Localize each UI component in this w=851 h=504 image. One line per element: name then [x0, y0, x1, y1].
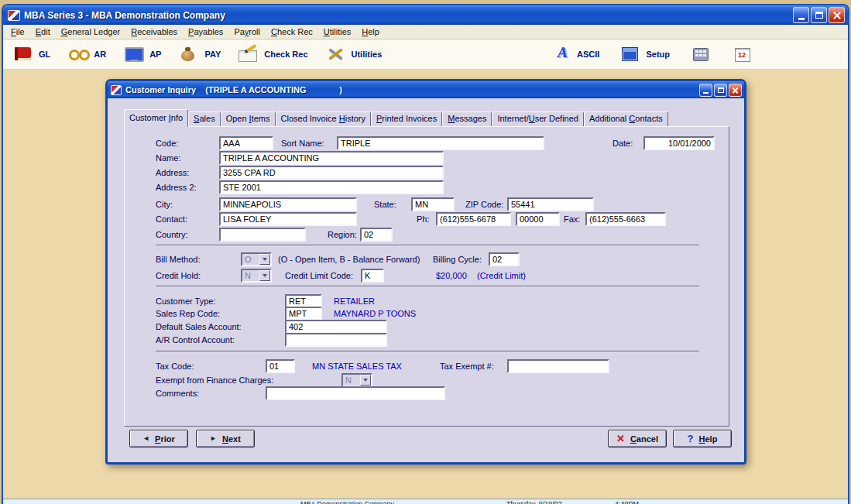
question-mark-icon: ?: [688, 434, 694, 444]
tab-additional-contacts[interactable]: Additional Contacts: [584, 111, 668, 126]
chevron-down-icon[interactable]: [360, 375, 371, 386]
main-titlebar[interactable]: MBA Series 3 - MBA Demonstration Company: [3, 5, 848, 25]
city-label: City:: [156, 197, 173, 211]
ascii-glyph: A: [558, 44, 568, 61]
toolbar-button-gl[interactable]: GL: [9, 44, 53, 64]
toolbar-button-ar[interactable]: AR: [64, 44, 109, 64]
credit-limit-code-field[interactable]: K: [361, 269, 384, 283]
menu-item-help[interactable]: Help: [356, 26, 385, 38]
tax-exempt-field[interactable]: [507, 359, 609, 373]
tab-internet-user-defined[interactable]: Internet/User Defined: [492, 111, 584, 126]
comments-field[interactable]: [266, 386, 445, 400]
region-field[interactable]: 02: [360, 228, 393, 242]
phone-ext-field[interactable]: 00000: [516, 212, 560, 226]
state-label: State:: [374, 197, 396, 211]
sales-rep-field[interactable]: MPT: [285, 307, 322, 321]
prior-button-label: Prior: [155, 434, 175, 444]
bill-method-select[interactable]: O: [241, 252, 272, 266]
default-sales-account-field[interactable]: 402: [285, 320, 387, 334]
toolbar-button-calendar[interactable]: 12: [729, 44, 757, 64]
address-field[interactable]: 3255 CPA RD: [219, 166, 444, 180]
next-button[interactable]: ► Next: [196, 430, 255, 447]
toolbar-button-ap[interactable]: AP: [120, 44, 164, 64]
status-date: Thursday, 9/19/02: [506, 500, 562, 504]
menu-item-file[interactable]: File: [5, 26, 30, 38]
ascii-letter-icon: A: [557, 46, 572, 63]
dialog-titlebar[interactable]: Customer Inquiry (TRIPLE A ACCOUNTING ): [108, 81, 744, 98]
toolbar-button-setup[interactable]: Setup: [616, 44, 673, 64]
zip-label: ZIP Code:: [465, 197, 503, 211]
phone-label: Ph:: [417, 212, 430, 226]
dialog-maximize-button[interactable]: [714, 84, 727, 97]
fax-field[interactable]: (612)555-6663: [585, 212, 666, 226]
tab-closed-invoice-history[interactable]: Closed Invoice History: [276, 111, 371, 126]
toolbar-button-calculator[interactable]: [687, 44, 715, 64]
toolbar-button-check-rec[interactable]: Check Rec: [235, 44, 311, 64]
menu-item-payroll[interactable]: Payroll: [228, 26, 266, 38]
menu-item-utilities[interactable]: Utilities: [318, 26, 356, 38]
main-window: MBA Series 3 - MBA Demonstration Company…: [2, 4, 849, 504]
code-field[interactable]: AAA: [219, 136, 273, 150]
toolbar-label-utilities: Utilities: [352, 50, 383, 59]
menu-item-check-rec[interactable]: Check Rec: [266, 26, 318, 38]
ar-control-account-field[interactable]: [285, 333, 387, 347]
status-time: 4:49PM: [615, 500, 639, 504]
tax-code-desc: MN STATE SALES TAX: [312, 359, 402, 373]
toolbar-button-utilities[interactable]: Utilities: [322, 44, 386, 64]
state-field[interactable]: MN: [411, 197, 455, 211]
cancel-button[interactable]: ✕ Cancel: [608, 430, 667, 447]
client-area: Customer Inquiry (TRIPLE A ACCOUNTING ) …: [3, 70, 848, 499]
section-separator: [156, 351, 699, 352]
menu-item-edit[interactable]: Edit: [30, 26, 56, 38]
billing-cycle-field[interactable]: 02: [489, 252, 520, 266]
prior-button[interactable]: ◄ Prior: [129, 430, 188, 447]
maximize-button[interactable]: [811, 7, 827, 23]
country-field[interactable]: [219, 228, 306, 242]
zip-field[interactable]: 55441: [507, 197, 594, 211]
name-field[interactable]: TRIPLE A ACCOUNTING: [219, 151, 444, 165]
sort-name-field[interactable]: TRIPLE: [337, 136, 544, 150]
menu-item-general-ledger[interactable]: General Ledger: [56, 26, 125, 38]
menu-bar: File Edit General Ledger Receivables Pay…: [3, 25, 848, 39]
toolbar-button-ascii[interactable]: A ASCII: [554, 44, 602, 64]
tax-code-field[interactable]: 01: [266, 359, 295, 373]
exempt-finance-select[interactable]: N: [341, 373, 372, 387]
tab-sales[interactable]: Sales: [188, 111, 221, 126]
menu-item-payables[interactable]: Payables: [183, 26, 228, 38]
credit-limit-amount: $20,000: [436, 269, 467, 283]
toolbar-right-group: A ASCII Setup 12: [554, 44, 757, 64]
credit-hold-value: N: [242, 270, 259, 281]
minimize-button[interactable]: [793, 7, 809, 23]
next-button-label: Next: [222, 434, 241, 444]
date-field[interactable]: 10/01/2000: [643, 136, 715, 150]
status-company: MBA Demonstration Company: [300, 500, 394, 504]
credit-hold-select[interactable]: N: [241, 269, 272, 283]
dialog-close-button[interactable]: [729, 84, 742, 97]
tab-open-items[interactable]: Open Items: [221, 111, 276, 126]
tab-printed-invoices[interactable]: Printed Invoices: [371, 111, 442, 126]
city-field[interactable]: MINNEAPOLIS: [219, 197, 357, 211]
sort-name-label: Sort Name:: [281, 136, 324, 150]
chevron-down-icon[interactable]: [259, 270, 270, 281]
toolbar-label-gl: GL: [39, 50, 50, 59]
section-separator: [156, 286, 699, 287]
dialog-minimize-button[interactable]: [699, 84, 712, 97]
close-button[interactable]: [829, 7, 845, 23]
toolbar-label-setup: Setup: [646, 50, 670, 59]
dialog-icon: [111, 85, 122, 95]
bill-method-note: (O - Open Item, B - Balance Forward): [278, 252, 420, 266]
menu-item-receivables[interactable]: Receivables: [125, 26, 183, 38]
help-button[interactable]: ? Help: [673, 430, 732, 447]
toolbar-label-check-rec: Check Rec: [264, 50, 307, 59]
fax-label: Fax:: [564, 212, 580, 226]
address2-field[interactable]: STE 2001: [219, 180, 444, 194]
tab-messages[interactable]: Messages: [442, 111, 492, 126]
phone-field[interactable]: (612)555-6678: [436, 212, 511, 226]
left-arrow-icon: ◄: [142, 435, 149, 442]
toolbar-button-pay[interactable]: PAY: [175, 44, 224, 64]
tab-customer-info[interactable]: Customer Info: [124, 109, 188, 127]
dialog-title: Customer Inquiry (TRIPLE A ACCOUNTING ): [125, 85, 699, 94]
ap-computer-icon: [123, 46, 145, 63]
contact-field[interactable]: LISA FOLEY: [219, 212, 357, 226]
chevron-down-icon[interactable]: [259, 254, 270, 265]
